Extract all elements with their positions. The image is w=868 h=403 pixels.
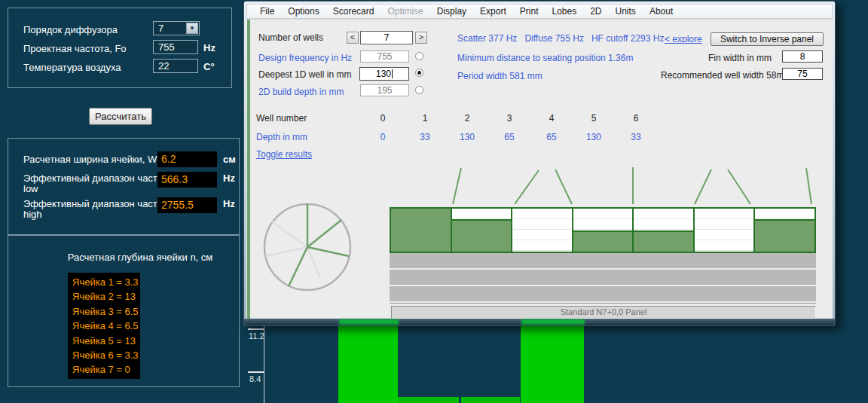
green-edge-strip [247, 20, 250, 320]
well-3 [572, 209, 633, 252]
list-item: Ячейка 4 = 6.5 [72, 319, 140, 333]
range-low-value: 566.3 [157, 172, 217, 188]
range-high-unit: Hz [223, 198, 235, 209]
design-frequency-input[interactable]: 755 [153, 40, 198, 54]
air-temperature-input[interactable]: 22 [153, 59, 198, 73]
text-cursor [392, 69, 393, 78]
panel-backing-layers [390, 253, 816, 304]
range-high-label: Эффективный диапазон частот, [23, 198, 169, 209]
menu-file[interactable]: File [253, 6, 281, 17]
build-depth-2d-label: 2D build depth in mm [258, 87, 344, 97]
list-item: Ячейка 2 = 13 [72, 289, 140, 304]
glass-glow [339, 319, 399, 325]
number-of-wells-value[interactable]: 7 [360, 31, 413, 44]
list-item: Ячейка 1 = 3.3 [72, 275, 140, 289]
well-number-label: Well number [256, 113, 307, 124]
depth-in-mm-label: Depth in mm [256, 132, 307, 142]
menu-units[interactable]: Units [609, 6, 643, 17]
scatter-direction-lines [390, 164, 816, 208]
well-number-row: 0123456 [371, 113, 667, 124]
range-low-sub: low [23, 183, 38, 194]
number-of-wells-label: Number of wells [258, 32, 323, 43]
hz-unit-label: Hz [203, 42, 215, 53]
axis-tick-label: 8.4 [249, 374, 261, 383]
build-depth-2d-radio[interactable] [415, 86, 423, 94]
range-high-sub: high [23, 209, 42, 220]
axis-tick-label: 11.2 [249, 331, 264, 340]
min-distance-text: Minimum distance to seating position 1.3… [457, 53, 633, 63]
recommended-width-label: Recommended well width 58mm [661, 70, 781, 81]
period-width-text: Period width 581 mm [457, 71, 542, 81]
axis-tick [248, 328, 264, 330]
well-0 [391, 209, 451, 252]
design-frequency-hz-label: Design frequency in Hz [258, 53, 352, 63]
deepest-well-input[interactable]: 130 [359, 67, 409, 81]
chart-bar-cell4 [461, 397, 520, 403]
wells-decrement-button[interactable]: < [347, 32, 359, 44]
menu-export[interactable]: Export [473, 6, 513, 17]
menu-lobes[interactable]: Lobes [545, 6, 583, 17]
celsius-unit-label: C° [203, 61, 215, 72]
list-item: Ячейка 5 = 13 [72, 334, 140, 348]
menu-scorecard[interactable]: Scorecard [326, 6, 381, 17]
range-low-label: Эффективный диапазон частот, [23, 172, 169, 184]
cell-width-value: 6.2 [157, 151, 217, 167]
toggle-results-link[interactable]: Toggle results [256, 149, 312, 160]
deepest-well-radio[interactable] [415, 69, 423, 77]
lobe-polar-plot [260, 200, 358, 298]
menu-display[interactable]: Display [430, 6, 473, 17]
fin-width-label: Fin width in mm [708, 53, 767, 63]
qrd-designer-window: File Options Scorecard Optimise Display … [243, 1, 836, 326]
chevron-down-icon[interactable]: ▼ [186, 23, 198, 34]
cells-title: Расчетная глубина ячейки n, см [45, 252, 235, 263]
menu-2d[interactable]: 2D [583, 6, 608, 17]
chart-bar-cell3 [398, 397, 459, 403]
dialog-client-area: Number of wells < 7 > Design frequency i… [246, 19, 833, 320]
axis-tick [248, 371, 264, 373]
glass-glow [521, 319, 585, 325]
well-1 [451, 209, 512, 252]
scatter-stats: Scatter 377 Hz Diffuse 755 Hz HF cutoff … [457, 33, 664, 44]
list-item: Ячейка 3 = 6.5 [72, 304, 140, 319]
air-temperature-label: Температура воздуха [23, 62, 121, 73]
well-cross-section [390, 207, 816, 253]
well-5 [693, 209, 754, 252]
cell-width-label: Расчетная ширина ячейки, W [23, 154, 157, 165]
design-frequency-radio[interactable] [415, 52, 423, 60]
panel-name-bar: Standard N7+0,0 Panel [391, 306, 816, 319]
diffuser-order-value: 7 [158, 23, 164, 34]
menu-about[interactable]: About [643, 6, 680, 17]
recommended-width-input[interactable]: 75 [782, 68, 823, 80]
calculate-button[interactable]: Рассчитать [89, 108, 152, 125]
list-item: Ячейка 7 = 0 [72, 362, 140, 377]
build-depth-2d-input[interactable]: 195 [360, 84, 409, 96]
menu-bar: File Options Scorecard Optimise Display … [246, 4, 833, 19]
depth-row: 033130656513033 [371, 132, 667, 142]
range-high-value: 2755.5 [157, 197, 217, 213]
design-frequency-hz-input[interactable]: 755 [360, 50, 409, 63]
well-6 [753, 209, 815, 252]
well-2 [511, 209, 572, 252]
switch-to-inverse-button[interactable]: Switch to Inverse panel [711, 32, 824, 46]
list-item: Ячейка 6 = 3.3 [72, 348, 140, 362]
range-low-unit: Hz [223, 172, 235, 184]
explore-link[interactable]: < explore [665, 34, 702, 44]
menu-print[interactable]: Print [513, 6, 546, 17]
diffuser-order-select[interactable]: 7 ▼ [153, 21, 200, 35]
window-bottom-frame [244, 319, 835, 325]
fin-width-input[interactable]: 8 [782, 50, 823, 63]
wells-increment-button[interactable]: > [415, 32, 427, 44]
design-frequency-label: Проектная частота, Fo [23, 43, 127, 54]
chart-bar-cell5 [521, 321, 584, 403]
cm-unit-label: см [223, 154, 236, 165]
cell-depth-list: Ячейка 1 = 3.3 Ячейка 2 = 13 Ячейка 3 = … [68, 273, 140, 379]
diffuser-order-label: Порядок диффузора [23, 24, 118, 35]
menu-options[interactable]: Options [281, 6, 326, 17]
chart-bar-cell2 [338, 321, 398, 403]
deepest-well-label: Deepest 1D well in mm [258, 69, 351, 80]
well-4 [632, 209, 693, 252]
menu-optimise: Optimise [381, 6, 429, 17]
